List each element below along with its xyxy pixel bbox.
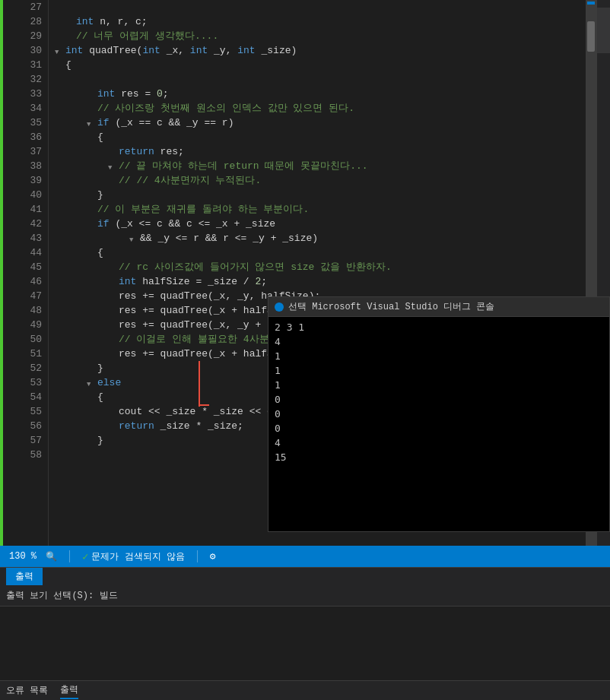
build-label: 빌드 bbox=[100, 589, 118, 602]
gear-icon[interactable]: ⚙ bbox=[210, 550, 216, 562]
ln-42: 42 bbox=[9, 217, 42, 231]
brace-close-57: } bbox=[97, 433, 103, 448]
ln-53: 53 bbox=[9, 375, 42, 390]
collapse-icon-38[interactable]: ▼ bbox=[108, 161, 119, 172]
ln-29: 29 bbox=[9, 29, 42, 43]
collapse-icon-53[interactable]: ▼ bbox=[87, 378, 97, 388]
keyword-int-30d: int bbox=[237, 43, 255, 58]
keyword-return-37: return bbox=[119, 144, 154, 159]
output-toolbar: 출력 보기 선택(S): 빌드 bbox=[0, 585, 610, 607]
debug-console-content: 2 3 1 4 1 1 1 0 0 0 4 15 bbox=[268, 317, 609, 531]
red-bracket-horizontal bbox=[199, 404, 209, 406]
ln-46: 46 bbox=[9, 274, 42, 289]
editor-area: 27 28 29 30 31 32 33 34 35 36 37 38 39 4… bbox=[0, 0, 610, 567]
code-line-42: if (_x <= c && c <= _x + _size bbox=[55, 217, 586, 231]
keyword-return-56: return bbox=[119, 419, 154, 433]
code-line-44: { bbox=[55, 245, 586, 260]
code-text-46a: halfSize = _size / bbox=[136, 274, 255, 289]
debug-line-5: 1 bbox=[275, 378, 603, 392]
code-text-46b: ; bbox=[261, 274, 267, 289]
keyword-int-33: int bbox=[97, 87, 115, 101]
collapse-icon-43[interactable]: ▼ bbox=[129, 233, 140, 244]
code-line-45: // rc 사이즈값에 들어가지 않으면 size 값을 반환하자. bbox=[55, 260, 586, 274]
code-line-27 bbox=[55, 0, 586, 14]
tab-error-list[interactable]: 오류 목록 bbox=[6, 683, 48, 698]
code-container: 27 28 29 30 31 32 33 34 35 36 37 38 39 4… bbox=[0, 0, 610, 546]
keyword-if-35: if bbox=[97, 116, 110, 130]
comment-38: // 끝 마쳐야 하는데 return 때문에 못끝마친다... bbox=[119, 159, 368, 173]
code-text-43: && _y <= r && r <= _y + _size) bbox=[140, 231, 318, 245]
ln-54: 54 bbox=[9, 390, 42, 404]
code-line-37: return res; bbox=[55, 144, 586, 159]
code-text-30a: quadTree( bbox=[83, 43, 142, 58]
debug-line-9: 4 bbox=[275, 436, 603, 450]
ln-35: 35 bbox=[9, 116, 42, 130]
code-line-32 bbox=[55, 72, 586, 87]
code-line-43: ▼ && _y <= r && r <= _y + _size) bbox=[55, 231, 586, 245]
scroll-thumb[interactable] bbox=[587, 21, 595, 52]
code-line-46: int halfSize = _size / 2 ; bbox=[55, 274, 586, 289]
ln-52: 52 bbox=[9, 361, 42, 375]
ln-38: 38 bbox=[9, 159, 42, 173]
debug-console: 선택 Microsoft Visual Studio 디버그 콘솔 2 3 1 … bbox=[268, 296, 610, 532]
red-bracket-indicator bbox=[199, 361, 200, 407]
code-line-38: ▼ // 끝 마쳐야 하는데 return 때문에 못끝마친다... bbox=[55, 159, 586, 173]
brace-54: { bbox=[97, 390, 103, 404]
code-line-29: // 너무 어렵게 생각했다.... bbox=[55, 29, 586, 43]
ln-37: 37 bbox=[9, 144, 42, 159]
code-line-34: // 사이즈랑 첫번째 원소의 인덱스 값만 있으면 된다. bbox=[55, 101, 586, 116]
comment-29: // 너무 어렵게 생각했다.... bbox=[76, 29, 218, 43]
output-header: 출력 bbox=[0, 567, 610, 585]
code-text-33a: res = bbox=[115, 87, 157, 101]
code-text-37: res; bbox=[154, 144, 184, 159]
code-text-28: n, r, c; bbox=[94, 14, 147, 29]
ln-34: 34 bbox=[9, 101, 42, 116]
brace-close-40: } bbox=[97, 188, 103, 202]
collapse-icon-30[interactable]: ▼ bbox=[55, 46, 65, 56]
debug-line-1: 2 3 1 bbox=[275, 320, 603, 334]
output-tab[interactable]: 출력 bbox=[6, 568, 43, 585]
collapse-icon-35[interactable]: ▼ bbox=[87, 118, 97, 128]
keyword-int-30: int bbox=[65, 43, 83, 58]
ln-32: 32 bbox=[9, 72, 42, 87]
ln-30: 30 bbox=[9, 43, 42, 58]
ln-41: 41 bbox=[9, 202, 42, 217]
output-panel: 출력 출력 보기 선택(S): 빌드 오류 목록 출력 bbox=[0, 567, 610, 700]
code-text-35: (_x == c && _y == r) bbox=[110, 116, 234, 130]
zoom-level: 130 % bbox=[9, 551, 37, 562]
ln-27: 27 bbox=[9, 0, 42, 14]
tab-output[interactable]: 출력 bbox=[60, 682, 78, 699]
code-line-33: int res = 0 ; bbox=[55, 87, 586, 101]
output-content bbox=[0, 607, 610, 680]
code-text-30c: _y, bbox=[208, 43, 237, 58]
num-0-33: 0 bbox=[157, 87, 163, 101]
status-divider bbox=[69, 550, 70, 562]
brace-44: { bbox=[97, 245, 103, 260]
ln-58: 58 bbox=[9, 448, 42, 462]
keyword-if-42: if bbox=[97, 217, 110, 231]
debug-line-6: 0 bbox=[275, 392, 603, 407]
ln-36: 36 bbox=[9, 130, 42, 144]
zoom-icon: 🔍 bbox=[46, 551, 57, 562]
ln-50: 50 bbox=[9, 332, 42, 347]
ln-44: 44 bbox=[9, 245, 42, 260]
status-divider-2 bbox=[197, 550, 198, 562]
code-line-35: ▼ if (_x == c && _y == r) bbox=[55, 116, 586, 130]
code-text-30d: _size) bbox=[256, 43, 297, 58]
status-bar: 130 % 🔍 ✓ 문제가 검색되지 않음 ⚙ bbox=[0, 546, 610, 567]
ln-47: 47 bbox=[9, 289, 42, 303]
ln-45: 45 bbox=[9, 260, 42, 274]
debug-line-3: 1 bbox=[275, 349, 603, 363]
output-toolbar-label: 출력 보기 선택(S): bbox=[6, 589, 94, 602]
debug-line-10: 15 bbox=[275, 450, 603, 464]
ln-49: 49 bbox=[9, 318, 42, 332]
ln-55: 55 bbox=[9, 404, 42, 419]
minimap-thumb bbox=[597, 8, 610, 53]
ln-40: 40 bbox=[9, 188, 42, 202]
comment-45: // rc 사이즈값에 들어가지 않으면 size 값을 반환하자. bbox=[119, 260, 392, 274]
code-text-56: _size * _size; bbox=[154, 419, 243, 433]
ln-51: 51 bbox=[9, 347, 42, 361]
status-check-text: 문제가 검색되지 않음 bbox=[91, 550, 184, 563]
ln-28: 28 bbox=[9, 14, 42, 29]
ln-57: 57 bbox=[9, 433, 42, 448]
